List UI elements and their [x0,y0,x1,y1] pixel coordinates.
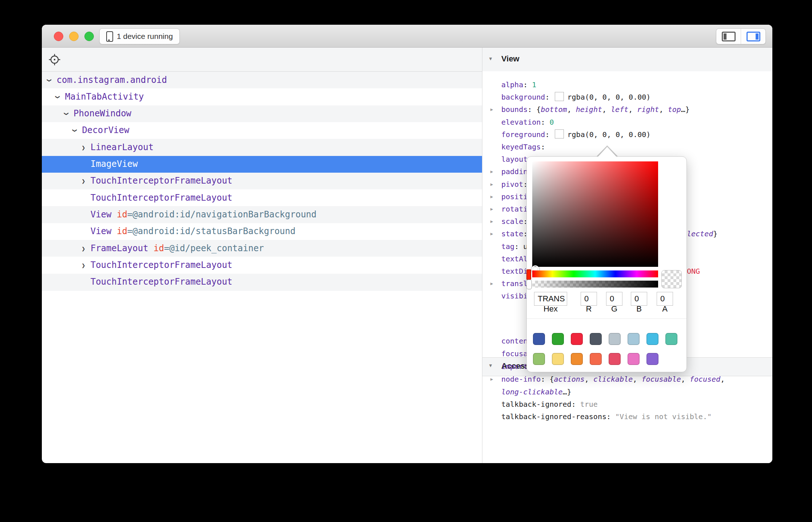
panel-toggle-group [716,28,766,44]
preset-color-swatch[interactable] [665,333,677,345]
property-value-segment: : [545,93,554,101]
disclosure-triangle-icon[interactable]: ▶ [490,373,493,385]
expanded-chevron-icon[interactable]: ❯ [69,129,81,132]
property-text: node-info: {actions, clickable, focusabl… [501,373,725,385]
id-attribute-key: id [111,226,127,237]
preset-color-swatch[interactable] [628,333,640,345]
property-key: talkback-ignored [501,400,572,409]
collapsed-chevron-icon[interactable]: ❯ [81,175,85,187]
expanded-chevron-icon[interactable]: ❯ [44,78,55,82]
pane-divider[interactable] [482,48,482,463]
tree-row-MainTabActivity[interactable]: ❯MainTabActivity [42,88,482,105]
property-text: visibi [501,290,528,302]
id-attribute-key: id [111,209,127,220]
preset-color-swatch[interactable] [571,353,583,365]
tree-row-TouchInterceptorFrameLayout[interactable]: ❯TouchInterceptorFrameLayout [42,257,482,274]
property-row-node-info: ▶node-info: {actions, clickable, focusab… [482,373,772,385]
view-hierarchy-tree: ❯com.instagram.android❯MainTabActivity❯P… [42,25,482,463]
tree-row-DecorView[interactable]: ❯DecorView [42,122,482,139]
class-name: TouchInterceptorFrameLayout [91,260,232,270]
popup-separator [527,318,686,319]
class-name: TouchInterceptorFrameLayout [91,193,232,203]
preset-color-swatch[interactable] [533,353,545,365]
view-section-disclosure-icon[interactable]: ▼ [488,56,493,61]
property-value-segment: : [541,375,549,384]
hue-slider[interactable] [532,270,658,277]
expanded-chevron-icon[interactable]: ❯ [52,95,64,99]
preset-color-swatch[interactable] [571,333,583,345]
color-swatch-button[interactable] [555,92,564,101]
property-value-segment: focused [690,375,720,384]
class-name: TouchInterceptorFrameLayout [91,277,232,287]
property-value-segment: , [585,375,593,384]
property-text: scale: [501,215,528,228]
disclosure-triangle-icon[interactable]: ▶ [490,103,493,116]
property-value-segment: focusable [641,375,681,384]
disclosure-triangle-icon[interactable]: ▶ [490,277,493,290]
disclosure-triangle-icon[interactable]: ▶ [490,190,493,203]
disclosure-triangle-icon[interactable]: ▶ [490,215,493,228]
class-name: ImageView [91,159,138,169]
saturation-brightness-gradient[interactable] [532,161,658,267]
property-value-segment: , [628,105,637,114]
tree-row-PhoneWindow[interactable]: ❯PhoneWindow [42,105,482,123]
tree-node-label: View id=@android:id/statusBarBackground [91,226,296,237]
class-name: MainTabActivity [65,92,144,102]
disclosure-triangle-icon[interactable]: ▶ [490,165,493,178]
preset-color-swatch[interactable] [533,333,545,345]
preset-color-swatch[interactable] [609,333,621,345]
color-swatch-button[interactable] [555,129,564,138]
property-value-segment: : [606,412,615,421]
preset-color-swatch[interactable] [628,353,640,365]
desktop-background: 1 device running [0,0,812,522]
tree-row-View[interactable]: View id=@android:id/navigationBarBackgro… [42,206,482,223]
disclosure-triangle-icon[interactable]: ▶ [490,203,493,215]
tree-row-LinearLayout[interactable]: ❯LinearLayout [42,139,482,156]
class-name: View [91,226,112,237]
red-field-label: R [581,304,597,314]
preset-color-swatch[interactable] [590,333,602,345]
property-text: background: rgba(0, 0, 0, 0.00) [501,91,650,103]
tree-row-com.instagram.android[interactable]: ❯com.instagram.android [42,72,482,89]
disclosure-triangle-icon[interactable]: ▶ [490,228,493,240]
property-value-segment: rgba(0, 0, 0, 0.00) [568,93,651,101]
collapsed-chevron-icon[interactable]: ❯ [81,142,85,153]
property-key: conten [501,337,528,345]
tree-row-TouchInterceptorFrameLayout[interactable]: ❯TouchInterceptorFrameLayout [42,173,482,190]
toggle-left-panel-button[interactable] [716,29,741,44]
alpha-slider[interactable] [532,281,658,288]
hue-slider-handle[interactable] [526,269,531,280]
property-row-elevation: elevation: 0 [482,116,772,128]
tree-row-View[interactable]: View id=@android:id/statusBarBackground [42,223,482,240]
view-section-title: View [501,54,520,64]
alpha-slider-handle[interactable] [526,280,532,289]
disclosure-triangle-icon[interactable]: ▶ [490,178,493,190]
tree-node-label: LinearLayout [91,142,154,152]
property-key: pivot [501,180,523,189]
preset-color-swatch[interactable] [646,353,658,365]
collapsed-chevron-icon[interactable]: ❯ [81,243,85,254]
expanded-chevron-icon[interactable]: ❯ [61,112,72,116]
fragment-segment: lected [687,229,713,238]
preset-color-swatch[interactable] [646,333,658,345]
left-panel-icon [722,32,736,41]
property-text: talkback-ignored-reasons: "View is not v… [501,410,712,423]
property-value-segment: right [637,105,659,114]
property-text: textDi [501,265,528,277]
preset-color-swatch[interactable] [590,353,602,365]
property-text: layout [501,153,528,165]
tree-row-ImageView[interactable]: ImageView [42,156,482,173]
toggle-right-panel-button[interactable] [741,29,765,44]
preset-color-swatch[interactable] [552,333,564,345]
preset-color-swatch[interactable] [552,353,564,365]
property-value-segment: : [523,80,532,89]
preset-color-swatch[interactable] [609,353,621,365]
property-text: paddin [501,165,528,178]
popup-bubble: Hex R G B A [526,156,687,372]
tree-row-FrameLayout[interactable]: ❯FrameLayout id=@id/peek_container [42,240,482,257]
property-key: paddin [501,167,528,176]
collapsed-chevron-icon[interactable]: ❯ [81,260,85,271]
property-value-segment: left [611,105,628,114]
tree-row-TouchInterceptorFrameLayout[interactable]: TouchInterceptorFrameLayout [42,274,482,291]
tree-row-TouchInterceptorFrameLayout[interactable]: TouchInterceptorFrameLayout [42,189,482,206]
